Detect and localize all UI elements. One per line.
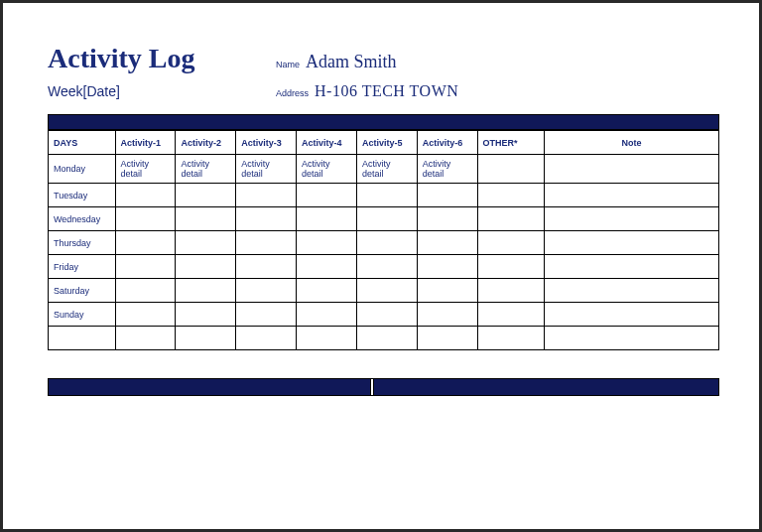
activity-table: DAYS Activity-1 Activity-2 Activity-3 Ac…	[48, 130, 719, 350]
cell-empty[interactable]	[236, 327, 297, 350]
day-tuesday: Tuesday	[49, 184, 116, 207]
name-value: Adam Smith	[306, 52, 397, 72]
cell-empty[interactable]	[176, 255, 236, 279]
cell-empty[interactable]	[477, 155, 545, 184]
cell-empty[interactable]	[236, 279, 297, 303]
col-other: OTHER*	[477, 131, 545, 155]
cell-empty[interactable]	[477, 327, 545, 350]
cell-empty[interactable]	[417, 231, 477, 255]
table-row: Monday Activity detail Activity detail A…	[49, 155, 719, 184]
cell-empty[interactable]	[176, 279, 236, 303]
cell-empty[interactable]	[417, 303, 477, 327]
col-note: Note	[545, 131, 719, 155]
table-row-blank	[49, 327, 719, 350]
cell-empty[interactable]	[477, 184, 545, 207]
cell-detail[interactable]: Activity detail	[297, 155, 357, 184]
address-label: Address	[276, 88, 309, 98]
cell-empty[interactable]	[236, 303, 297, 327]
cell-empty[interactable]	[356, 327, 417, 350]
cell-empty[interactable]	[115, 327, 176, 350]
cell-empty[interactable]	[236, 255, 297, 279]
cell-empty[interactable]	[236, 207, 297, 231]
cell-empty[interactable]	[417, 255, 477, 279]
footer-segment	[49, 379, 370, 395]
col-activity-6: Activity-6	[417, 131, 477, 155]
cell-empty[interactable]	[176, 184, 236, 207]
table-row: Friday	[49, 255, 719, 279]
cell-empty[interactable]	[176, 327, 236, 350]
cell-empty[interactable]	[417, 207, 477, 231]
cell-empty[interactable]	[297, 255, 357, 279]
cell-empty[interactable]	[176, 231, 236, 255]
cell-empty[interactable]	[477, 279, 545, 303]
cell-empty[interactable]	[545, 155, 719, 184]
cell-empty[interactable]	[297, 231, 357, 255]
col-activity-3: Activity-3	[236, 131, 297, 155]
header-bar	[48, 114, 719, 130]
cell-empty[interactable]	[356, 207, 417, 231]
table-row: Tuesday	[49, 184, 719, 207]
col-activity-1: Activity-1	[115, 131, 176, 155]
footer-segment	[374, 379, 718, 395]
col-activity-4: Activity-4	[297, 131, 357, 155]
cell-empty[interactable]	[297, 279, 357, 303]
col-activity-5: Activity-5	[356, 131, 417, 155]
table-row: Wednesday	[49, 207, 719, 231]
cell-empty[interactable]	[356, 303, 417, 327]
cell-empty[interactable]	[176, 207, 236, 231]
cell-detail[interactable]: Activity detail	[417, 155, 477, 184]
cell-empty[interactable]	[545, 279, 719, 303]
cell-empty[interactable]	[115, 207, 176, 231]
cell-empty[interactable]	[356, 255, 417, 279]
day-thursday: Thursday	[49, 231, 116, 255]
footer-bar	[48, 378, 719, 396]
cell-empty[interactable]	[477, 303, 545, 327]
cell-detail[interactable]: Activity detail	[115, 155, 176, 184]
cell-empty[interactable]	[115, 279, 176, 303]
cell-empty[interactable]	[297, 207, 357, 231]
cell-empty[interactable]	[477, 231, 545, 255]
cell-empty[interactable]	[297, 327, 357, 350]
table-row: Thursday	[49, 231, 719, 255]
cell-empty[interactable]	[477, 255, 545, 279]
cell-empty[interactable]	[115, 255, 176, 279]
cell-empty[interactable]	[477, 207, 545, 231]
cell-detail[interactable]: Activity detail	[176, 155, 236, 184]
cell-empty[interactable]	[545, 303, 719, 327]
day-friday: Friday	[49, 255, 116, 279]
table-header-row: DAYS Activity-1 Activity-2 Activity-3 Ac…	[49, 131, 719, 155]
table-row: Sunday	[49, 303, 719, 327]
cell-empty[interactable]	[545, 231, 719, 255]
cell-empty[interactable]	[49, 327, 116, 350]
cell-empty[interactable]	[356, 231, 417, 255]
cell-detail[interactable]: Activity detail	[236, 155, 297, 184]
cell-empty[interactable]	[417, 184, 477, 207]
address-value: H-106 TECH TOWN	[315, 82, 458, 100]
cell-empty[interactable]	[176, 303, 236, 327]
cell-empty[interactable]	[115, 303, 176, 327]
cell-empty[interactable]	[545, 207, 719, 231]
week-label: Week[Date]	[48, 83, 276, 99]
day-wednesday: Wednesday	[49, 207, 116, 231]
cell-empty[interactable]	[545, 184, 719, 207]
day-saturday: Saturday	[49, 279, 116, 303]
cell-empty[interactable]	[356, 184, 417, 207]
cell-empty[interactable]	[356, 279, 417, 303]
cell-empty[interactable]	[545, 255, 719, 279]
cell-empty[interactable]	[115, 231, 176, 255]
cell-empty[interactable]	[115, 184, 176, 207]
cell-empty[interactable]	[236, 184, 297, 207]
header-row: Activity Log Name Adam Smith	[48, 43, 719, 74]
cell-empty[interactable]	[545, 327, 719, 350]
cell-empty[interactable]	[297, 184, 357, 207]
cell-empty[interactable]	[417, 279, 477, 303]
page-title: Activity Log	[48, 43, 276, 74]
cell-detail[interactable]: Activity detail	[356, 155, 417, 184]
name-label: Name	[276, 60, 300, 69]
document-frame: Activity Log Name Adam Smith Week[Date] …	[0, 0, 762, 532]
cell-empty[interactable]	[297, 303, 357, 327]
table-row: Saturday	[49, 279, 719, 303]
sub-header-row: Week[Date] Address H-106 TECH TOWN	[48, 82, 719, 100]
cell-empty[interactable]	[236, 231, 297, 255]
cell-empty[interactable]	[417, 327, 477, 350]
